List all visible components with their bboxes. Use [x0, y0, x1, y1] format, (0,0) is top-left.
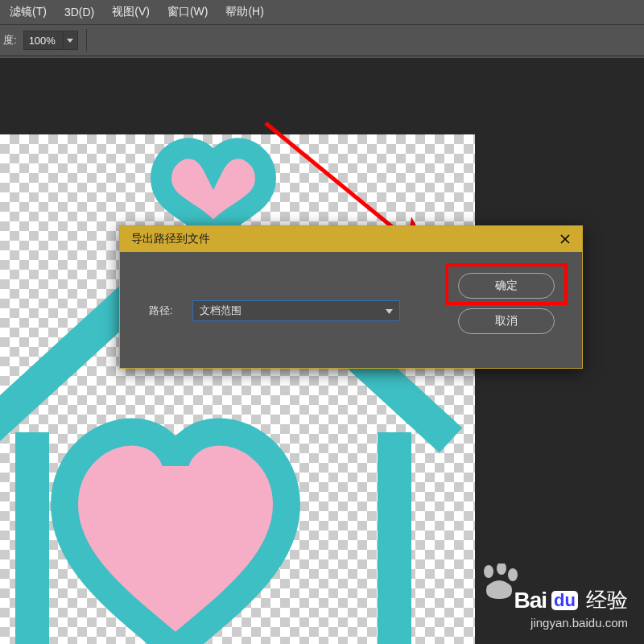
ok-button-label: 确定: [495, 279, 518, 293]
options-bar: 度:: [0, 24, 644, 56]
export-path-dialog: 导出路径到文件 路径: 文档范围 确定 取消: [119, 225, 583, 369]
cancel-button[interactable]: 取消: [458, 308, 555, 334]
watermark-brand-box: du: [551, 591, 578, 610]
watermark-link: jingyan.baidu.com: [514, 616, 628, 630]
menu-bar: 滤镜(T) 3D(D) 视图(V) 窗口(W) 帮助(H): [0, 0, 644, 24]
menu-view[interactable]: 视图(V): [112, 5, 150, 19]
menu-help[interactable]: 帮助(H): [225, 5, 263, 19]
zoom-input[interactable]: [24, 35, 63, 47]
canvas[interactable]: [0, 134, 475, 644]
artwork-house-heart-icon: [0, 134, 475, 644]
close-icon[interactable]: [556, 230, 574, 248]
menu-3d[interactable]: 3D(D): [64, 6, 94, 19]
watermark: Baidu 经验 jingyan.baidu.com: [514, 586, 628, 630]
ok-button[interactable]: 确定: [458, 273, 555, 299]
watermark-brand-left: Bai: [514, 588, 547, 613]
chevron-down-icon[interactable]: [386, 307, 393, 316]
zoom-combo[interactable]: [23, 31, 78, 50]
dialog-title-text: 导出路径到文件: [131, 232, 210, 246]
menu-filter[interactable]: 滤镜(T): [10, 5, 47, 19]
path-select[interactable]: 文档范围: [192, 300, 400, 321]
menu-window[interactable]: 窗口(W): [167, 5, 208, 19]
degree-label: 度:: [3, 33, 17, 47]
dialog-body: 路径: 文档范围 确定 取消: [120, 252, 582, 368]
path-select-value: 文档范围: [200, 303, 242, 318]
watermark-brand-right: 经验: [586, 586, 628, 614]
dialog-titlebar[interactable]: 导出路径到文件: [120, 226, 582, 252]
chevron-down-icon[interactable]: [63, 31, 77, 49]
svg-point-1: [484, 565, 493, 578]
svg-point-3: [508, 568, 518, 581]
cancel-button-label: 取消: [495, 314, 518, 328]
paw-icon: [479, 564, 519, 600]
path-label: 路径:: [149, 303, 173, 318]
svg-point-2: [497, 564, 506, 575]
separator: [86, 29, 87, 52]
